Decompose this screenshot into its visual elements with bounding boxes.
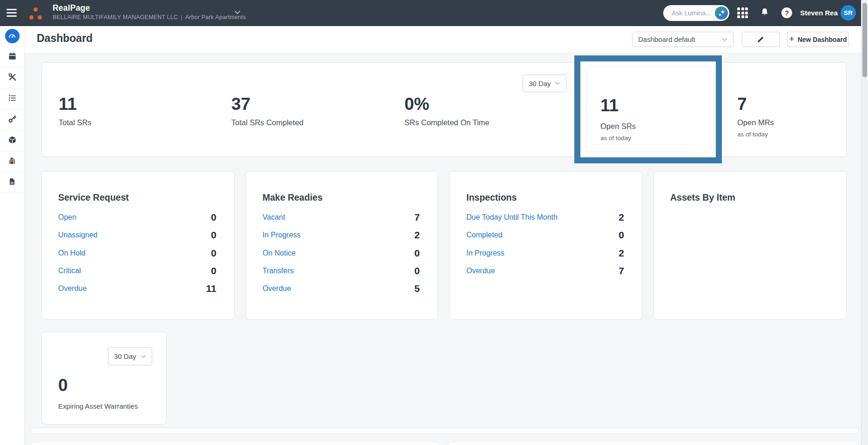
list-icon <box>8 94 17 104</box>
page-heading-band: Dashboard Dashboard default + New Dashbo… <box>24 26 868 53</box>
inspections-in-progress-link[interactable]: In Progress <box>466 249 505 257</box>
table-row: Vacant 7 <box>262 211 420 223</box>
ask-lumina-input[interactable] <box>663 5 729 21</box>
service-request-open-link[interactable]: Open <box>58 213 76 222</box>
open-mrs-sub: as of today <box>737 131 768 138</box>
table-row: Overdue 7 <box>466 265 624 277</box>
inspections-due-link[interactable]: Due Today Until This Month <box>466 213 558 222</box>
app-title: RealPage <box>53 3 90 13</box>
card-title: Assets By Item <box>670 192 735 203</box>
warranties-period-value: 30 Day <box>114 352 136 360</box>
card-expiring-warranties: 30 Day 0 Expiring Asset Warranties <box>41 332 167 425</box>
sidebar-item-inventory[interactable] <box>0 130 24 151</box>
help-glyph: ? <box>785 9 789 17</box>
table-row: Open 0 <box>58 211 216 223</box>
help-icon[interactable]: ? <box>781 7 792 18</box>
total-srs-value: 11 <box>59 95 77 113</box>
pencil-icon <box>757 35 765 43</box>
sidebar-item-keys[interactable] <box>0 109 24 130</box>
table-row: Due Today Until This Month 2 <box>466 211 624 223</box>
open-mrs-value: 7 <box>737 95 747 113</box>
sidebar-item-calendar[interactable] <box>0 47 24 67</box>
page-title: Dashboard <box>37 32 93 45</box>
service-request-overdue-link[interactable]: Overdue <box>58 284 87 293</box>
card-title: Make Readies <box>262 192 323 203</box>
property-selector-chevron-icon[interactable] <box>234 8 241 16</box>
row-value: 0 <box>619 229 624 241</box>
card-make-readies: Make Readies Vacant 7 In Progress 2 On N… <box>246 171 438 320</box>
breadcrumb-separator: | <box>181 14 182 20</box>
sidebar-item-maintenance[interactable] <box>0 67 24 88</box>
service-request-unassigned-link[interactable]: Unassigned <box>58 231 98 239</box>
apps-grid-icon[interactable] <box>737 7 748 18</box>
stats-period-value: 30 Day <box>529 80 551 88</box>
service-request-critical-link[interactable]: Critical <box>58 267 81 275</box>
expiring-warranties-label: Expiring Asset Warranties <box>58 402 138 410</box>
make-readies-vacant-link[interactable]: Vacant <box>262 213 285 222</box>
screen: RealPage BELLAIRE MULTIFAMILY MANAGEMENT… <box>0 0 868 445</box>
stats-period-select[interactable]: 30 Day <box>523 74 566 92</box>
open-srs-tile: 11 Open SRs as of today <box>586 67 710 152</box>
partial-card-left <box>31 441 440 445</box>
sidebar-item-dashboard[interactable] <box>0 26 24 47</box>
avatar[interactable]: SR <box>841 5 856 20</box>
sidebar-item-property[interactable] <box>0 151 24 172</box>
row-value: 7 <box>619 265 624 276</box>
left-sidebar <box>0 26 25 445</box>
dashboard-select-value: Dashboard default <box>638 35 695 43</box>
row-value: 0 <box>211 265 216 276</box>
make-readies-transfers-link[interactable]: Transfers <box>262 267 294 275</box>
row-value: 0 <box>211 212 216 223</box>
open-srs-highlight-frame: 11 Open SRs as of today <box>574 55 722 163</box>
scrollbar-thumb[interactable] <box>862 3 867 77</box>
dashboard-select[interactable]: Dashboard default <box>632 32 733 47</box>
card-service-request: Service Request Open 0 Unassigned 0 On H… <box>41 171 235 320</box>
table-row: Unassigned 0 <box>58 229 216 241</box>
partial-card-right <box>448 441 859 445</box>
notifications-bell-icon[interactable] <box>760 7 770 19</box>
open-srs-label: Open SRs <box>600 122 636 131</box>
row-value: 7 <box>414 212 420 223</box>
menu-icon[interactable] <box>7 9 17 17</box>
chevron-down-icon <box>141 355 146 358</box>
service-request-on-hold-link[interactable]: On Hold <box>58 249 86 257</box>
inspections-completed-link[interactable]: Completed <box>466 231 502 239</box>
make-readies-overdue-link[interactable]: Overdue <box>262 284 291 293</box>
edit-dashboard-button[interactable] <box>742 32 780 47</box>
top-header: RealPage BELLAIRE MULTIFAMILY MANAGEMENT… <box>0 0 868 26</box>
new-dashboard-button[interactable]: + New Dashboard <box>787 32 849 47</box>
open-srs-value: 11 <box>600 97 619 114</box>
building-icon <box>8 156 17 167</box>
table-row: On Hold 0 <box>58 247 216 259</box>
warranties-period-select[interactable]: 30 Day <box>108 347 152 365</box>
key-icon <box>8 115 17 125</box>
row-value: 2 <box>619 212 624 223</box>
srs-on-time-value: 0% <box>404 95 429 113</box>
user-name[interactable]: Steven Rea <box>801 0 838 26</box>
package-icon <box>8 135 17 146</box>
inspections-overdue-link[interactable]: Overdue <box>466 267 495 275</box>
row-value: 2 <box>414 229 420 241</box>
row-value: 0 <box>211 229 216 241</box>
row-value: 0 <box>211 248 216 259</box>
card-title: Service Request <box>58 192 129 203</box>
vertical-scrollbar[interactable] <box>861 0 868 445</box>
row-value: 0 <box>414 248 420 259</box>
lumina-sparkle-icon <box>715 7 728 20</box>
new-dashboard-label: New Dashboard <box>798 36 847 43</box>
dashboard-content: 11 Total SRs 37 Total SRs Completed 0% S… <box>24 53 868 445</box>
table-row: Overdue 11 <box>58 283 216 295</box>
calendar-icon <box>8 52 17 62</box>
row-value: 2 <box>619 248 624 259</box>
sidebar-item-list[interactable] <box>0 88 24 109</box>
table-row: Transfers 0 <box>262 265 420 277</box>
table-row: Completed 0 <box>466 229 624 241</box>
table-row: On Notice 0 <box>262 247 420 259</box>
make-readies-on-notice-link[interactable]: On Notice <box>262 249 296 257</box>
ask-lumina-field[interactable] <box>671 9 713 17</box>
company-name: BELLAIRE MULTIFAMILY MANAGEMENT LLC <box>53 14 178 20</box>
make-readies-in-progress-link[interactable]: In Progress <box>262 231 301 239</box>
plus-icon: + <box>789 34 794 43</box>
tools-icon <box>8 73 17 83</box>
sidebar-item-documents[interactable] <box>0 172 24 193</box>
